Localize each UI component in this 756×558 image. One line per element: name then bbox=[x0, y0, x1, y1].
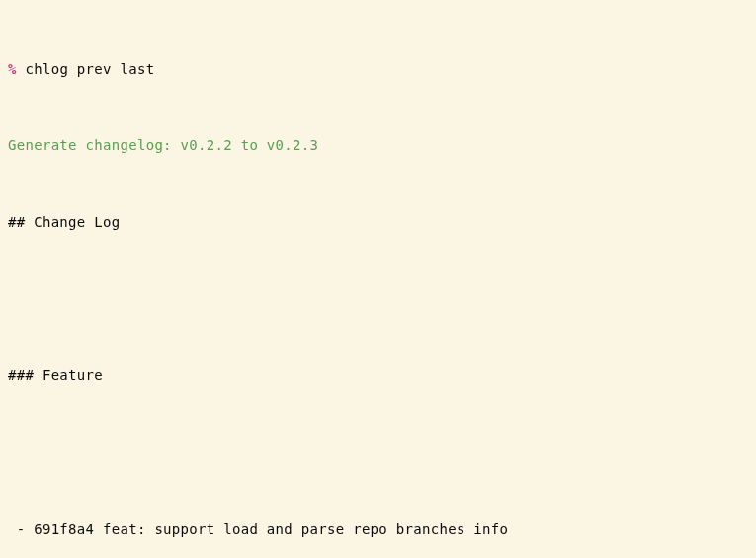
command-text: chlog prev last bbox=[25, 61, 154, 77]
list-item: - 691f8a4 feat: support load and parse r… bbox=[8, 518, 748, 543]
heading-feature: ### Feature bbox=[8, 363, 748, 389]
generate-changelog-line: Generate changelog: v0.2.2 to v0.2.3 bbox=[8, 133, 748, 159]
terminal-output: % chlog prev last Generate changelog: v0… bbox=[8, 6, 748, 558]
prompt-symbol: % bbox=[8, 61, 17, 77]
blank-line bbox=[8, 287, 748, 313]
blank-line bbox=[8, 440, 748, 466]
prompt-line: % chlog prev last bbox=[8, 57, 748, 83]
heading-changelog: ## Change Log bbox=[8, 210, 748, 236]
